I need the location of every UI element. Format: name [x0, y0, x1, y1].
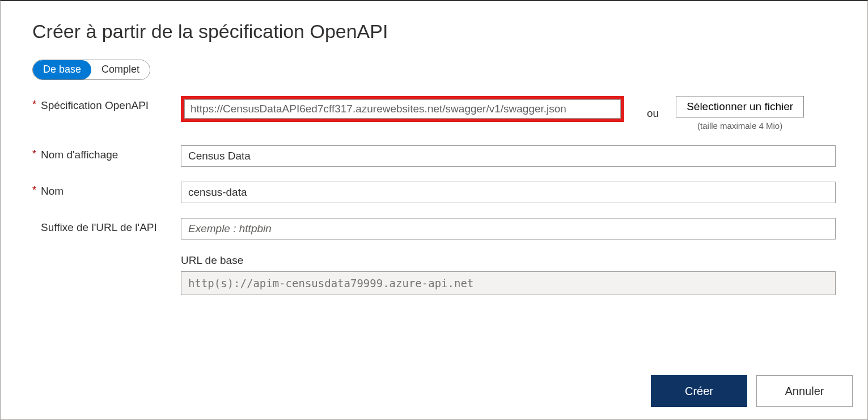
- suffix-input[interactable]: [181, 218, 836, 240]
- create-openapi-panel: Créer à partir de la spécification OpenA…: [0, 0, 868, 420]
- or-label: ou: [647, 107, 659, 120]
- label-base-url: URL de base: [181, 254, 836, 267]
- file-size-hint: (taille maximale 4 Mio): [697, 121, 782, 131]
- required-marker: *: [32, 149, 36, 159]
- mode-toggle: De base Complet: [32, 60, 150, 80]
- label-suffix: Suffixe de l'URL de l'API: [41, 221, 157, 234]
- name-input[interactable]: [181, 182, 836, 203]
- spec-highlight: [181, 96, 624, 122]
- row-base-url: URL de base http(s)://apim-censusdata799…: [32, 254, 836, 295]
- required-marker: *: [32, 185, 36, 195]
- row-spec: * Spécification OpenAPI ou Sélectionner …: [32, 96, 836, 131]
- create-button[interactable]: Créer: [651, 375, 747, 407]
- base-url-display: http(s)://apim-censusdata79999.azure-api…: [181, 271, 836, 295]
- row-suffix: * Suffixe de l'URL de l'API: [32, 218, 836, 240]
- select-file-button[interactable]: Sélectionner un fichier: [676, 96, 804, 117]
- page-title: Créer à partir de la spécification OpenA…: [32, 20, 836, 43]
- label-spec: Spécification OpenAPI: [41, 99, 149, 112]
- spec-input[interactable]: [184, 99, 621, 119]
- dialog-footer: Créer Annuler: [651, 375, 853, 407]
- cancel-button[interactable]: Annuler: [756, 375, 853, 407]
- display-name-input[interactable]: [181, 145, 836, 167]
- label-display-name: Nom d'affichage: [41, 149, 118, 161]
- row-display-name: * Nom d'affichage: [32, 145, 836, 167]
- required-marker: *: [32, 99, 36, 110]
- toggle-full[interactable]: Complet: [91, 60, 150, 79]
- row-name: * Nom: [32, 182, 836, 203]
- toggle-basic[interactable]: De base: [33, 60, 91, 79]
- label-name: Nom: [41, 185, 63, 198]
